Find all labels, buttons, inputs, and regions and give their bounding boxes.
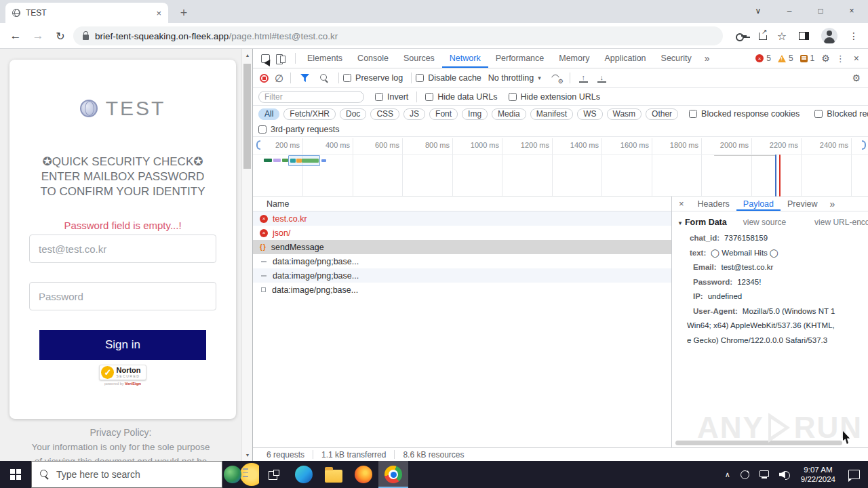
more-tabs-icon[interactable]: » [699,53,715,64]
filter-funnel-icon[interactable] [300,74,309,82]
error-badge[interactable]: ×5 [755,54,771,63]
third-party-checkbox[interactable] [258,125,267,134]
edge-taskbar-button[interactable] [289,461,319,488]
filter-pill-js[interactable]: JS [403,108,425,120]
page-scrollbar[interactable]: ▲ ▼ [241,49,252,461]
filter-pill-ws[interactable]: WS [577,108,602,120]
side-panel-icon[interactable] [793,23,814,49]
tab-elements[interactable]: Elements [300,49,350,68]
details-more-tabs-icon[interactable]: » [825,199,841,209]
details-tab-headers[interactable]: Headers [691,197,736,211]
record-network-log-icon[interactable] [260,74,269,83]
request-row[interactable]: × json/ [253,226,671,240]
start-button[interactable] [0,461,31,488]
details-tab-preview[interactable]: Preview [781,197,824,211]
tab-performance[interactable]: Performance [488,49,552,68]
window-minimize-button[interactable]: – [774,0,805,22]
chrome-taskbar-button[interactable] [378,461,408,488]
tab-search-icon[interactable]: ∨ [743,0,774,22]
devtools-menu-kebab-icon[interactable]: ⋮ [833,54,848,64]
hide-data-urls-checkbox[interactable] [425,93,433,101]
issues-badge[interactable]: 1 [800,54,815,63]
weather-widget[interactable] [222,461,259,488]
reload-icon[interactable]: ↻ [52,23,69,49]
back-icon[interactable]: ← [7,23,24,49]
waterfall-overview[interactable] [253,155,868,197]
view-url-encoded-link[interactable]: view URL-encoded [814,218,868,227]
clear-network-log-icon[interactable]: ∅ [275,73,283,83]
window-maximize-button[interactable]: □ [805,0,836,22]
network-search-icon[interactable] [320,74,329,83]
taskbar-search-box[interactable]: Type here to search [31,461,222,488]
filter-input[interactable] [258,91,364,103]
timeline-ruler[interactable]: 200 ms 400 ms 600 ms 800 ms 1000 ms 1200… [253,137,868,155]
scrollbar-up-icon[interactable]: ▲ [242,50,253,60]
request-row-selected[interactable]: {} sendMessage [253,240,671,254]
filter-pill-manifest[interactable]: Manifest [530,108,573,120]
timeline-right-handle[interactable] [862,140,866,150]
forward-icon[interactable]: → [29,23,47,49]
details-tab-payload[interactable]: Payload [736,197,781,211]
lock-icon[interactable] [83,35,89,40]
password-key-icon[interactable] [731,23,751,49]
filter-pill-css[interactable]: CSS [370,108,399,120]
warning-badge[interactable]: !5 [778,54,793,63]
export-har-icon[interactable]: ↓ [597,74,606,83]
request-row[interactable]: data:image/png;base... [253,268,671,283]
bookmark-star-icon[interactable]: ☆ [772,23,792,49]
filter-pill-all[interactable]: All [258,108,279,120]
network-conditions-icon[interactable] [551,74,561,83]
throttling-caret-icon[interactable]: ▾ [538,75,541,81]
disable-cache-checkbox[interactable] [416,74,424,82]
preserve-log-checkbox[interactable] [343,74,351,82]
tab-security[interactable]: Security [654,49,699,68]
request-row[interactable]: data:image/png;base... [253,254,671,268]
tab-memory[interactable]: Memory [551,49,597,68]
details-horizontal-scrollbar[interactable] [675,441,842,445]
volume-icon[interactable] [779,470,791,479]
scrollbar-down-icon[interactable]: ▼ [242,450,253,460]
filter-pill-wasm[interactable]: Wasm [607,108,642,120]
network-tray-icon[interactable] [760,470,769,479]
tab-console[interactable]: Console [350,49,396,68]
filter-pill-img[interactable]: Img [462,108,488,120]
devtools-settings-gear-icon[interactable]: ⚙ [821,53,830,64]
share-icon[interactable] [753,23,773,49]
request-row[interactable]: data:image/png;base... [253,283,671,297]
disclosure-triangle-icon[interactable]: ▼ [677,220,683,226]
devtools-close-icon[interactable]: × [851,53,865,64]
profile-avatar[interactable] [819,23,840,49]
details-close-icon[interactable]: × [672,199,691,209]
scrollbar-thumb[interactable] [243,64,251,169]
filter-pill-font[interactable]: Font [429,108,458,120]
network-settings-gear-icon[interactable]: ⚙ [852,73,861,83]
new-tab-button[interactable]: + [175,4,193,22]
action-center-icon[interactable] [848,470,860,479]
tab-application[interactable]: Application [597,49,653,68]
address-bar[interactable]: brief-tent-squeaking.on-fleek.app/page.h… [73,26,723,45]
file-explorer-button[interactable] [319,461,349,488]
device-toolbar-icon[interactable] [276,54,285,63]
clock[interactable]: 9:07 AM 9/22/2024 [801,465,835,484]
password-field[interactable] [29,282,216,310]
blocked-cookies-checkbox[interactable] [689,110,697,118]
browser-menu-kebab-icon[interactable]: ⋮ [844,23,864,49]
name-column-header[interactable]: Name [253,197,671,211]
task-view-button[interactable] [259,461,289,488]
email-field[interactable] [29,235,216,263]
request-row[interactable]: × test.co.kr [253,211,671,226]
tab-network[interactable]: Network [442,49,488,68]
filter-pill-media[interactable]: Media [492,108,526,120]
invert-checkbox[interactable] [375,93,383,101]
filter-pill-fetch-xhr[interactable]: Fetch/XHR [283,108,336,120]
view-source-link[interactable]: view source [743,218,786,227]
tray-app-icon[interactable] [741,470,749,479]
browser-tab[interactable]: TEST × [5,3,168,23]
import-har-icon[interactable]: ↑ [579,74,588,83]
blocked-requests-checkbox[interactable] [814,110,823,118]
throttling-select[interactable]: No throttling [488,73,534,83]
hidden-icons-chevron[interactable]: ∧ [725,470,730,479]
tab-sources[interactable]: Sources [396,49,442,68]
inspect-element-icon[interactable] [261,54,270,63]
sign-in-button[interactable]: Sign in [39,330,206,360]
